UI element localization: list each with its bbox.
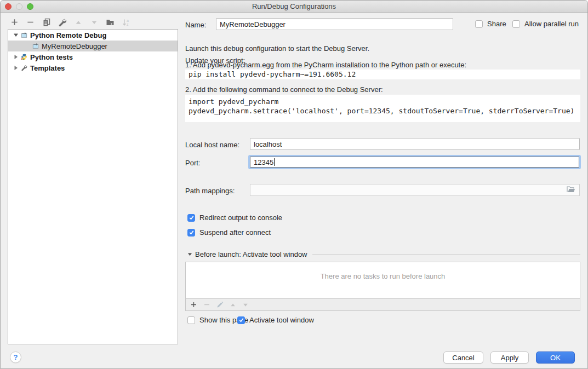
- tree-item-myremotedebugger[interactable]: MyRemoteDebugger: [8, 41, 178, 51]
- share-checkbox[interactable]: [475, 20, 483, 28]
- edit-defaults-wrench-icon[interactable]: [58, 18, 67, 27]
- before-launch-title: Before launch: Activate tool window: [195, 250, 307, 258]
- allow-parallel-run-label: Allow parallel run: [524, 20, 579, 28]
- show-this-page-checkbox[interactable]: [187, 316, 195, 324]
- port-value: 12345: [254, 158, 273, 166]
- copy-icon[interactable]: [42, 18, 51, 27]
- step2-instruction: 2. Add the following command to connect …: [185, 85, 383, 94]
- run-debug-configurations-dialog: Run/Debug Configurations: [0, 0, 588, 369]
- edit-task-pencil-icon[interactable]: [216, 301, 224, 308]
- ok-button[interactable]: OK: [536, 351, 575, 364]
- text-caret: [274, 158, 275, 166]
- share-label: Share: [487, 20, 506, 28]
- suspend-after-connect-checkbox[interactable]: [187, 229, 195, 237]
- add-icon[interactable]: [10, 18, 19, 27]
- new-folder-icon[interactable]: [105, 18, 115, 27]
- pip-install-code[interactable]: pip install pydevd-pycharm~=191.6605.12: [185, 70, 580, 79]
- activate-tool-window-row: Activate tool window: [237, 316, 314, 324]
- section-divider: [312, 254, 580, 255]
- sidebar-toolbar: a z: [10, 18, 130, 27]
- chevron-down-icon[interactable]: [13, 32, 19, 38]
- zoom-window-button[interactable]: [27, 3, 33, 10]
- name-input[interactable]: [216, 18, 453, 30]
- before-launch-toolbar: [185, 299, 580, 311]
- svg-text:z: z: [127, 22, 129, 26]
- step1-instruction: 1. Add pydevd-pycharm.egg from the PyCha…: [185, 61, 466, 69]
- port-input[interactable]: 12345: [250, 157, 579, 168]
- chevron-right-icon[interactable]: [13, 54, 19, 60]
- window-title: Run/Debug Configurations: [1, 1, 587, 13]
- chevron-right-icon[interactable]: [13, 65, 19, 71]
- tree-item-templates[interactable]: Templates: [8, 62, 178, 73]
- tree-item-python-tests[interactable]: Python tests: [8, 51, 178, 62]
- move-task-up-icon[interactable]: [230, 302, 236, 308]
- title-bar: Run/Debug Configurations: [1, 1, 587, 13]
- tree-item-python-remote-debug[interactable]: Python Remote Debug: [8, 30, 178, 41]
- suspend-after-connect-row: Suspend after connect: [187, 228, 271, 237]
- tree-item-label: Templates: [30, 64, 65, 72]
- help-button[interactable]: ?: [10, 351, 21, 363]
- move-down-icon[interactable]: [89, 18, 99, 27]
- path-mappings-label: Path mappings:: [185, 187, 235, 195]
- collapse-triangle-icon[interactable]: [187, 250, 192, 258]
- remove-task-icon[interactable]: [203, 301, 210, 308]
- cancel-button[interactable]: Cancel: [443, 351, 483, 364]
- local-host-name-label: Local host name:: [185, 141, 239, 149]
- configurations-tree: Python Remote Debug MyRemoteDebugger: [8, 29, 178, 344]
- local-host-name-input[interactable]: [250, 138, 580, 150]
- remote-debug-icon: [21, 32, 27, 38]
- close-window-button[interactable]: [5, 3, 12, 10]
- sort-alphabetically-icon[interactable]: a z: [121, 18, 130, 27]
- tree-item-label: Python tests: [30, 53, 73, 61]
- browse-folder-icon[interactable]: [567, 186, 575, 194]
- minimize-window-button[interactable]: [16, 3, 22, 10]
- tree-item-label: MyRemoteDebugger: [42, 42, 107, 50]
- python-tests-icon: [21, 54, 27, 60]
- before-launch-header: Before launch: Activate tool window: [187, 250, 580, 258]
- settrace-code[interactable]: import pydevd_pycharm pydevd_pycharm.set…: [185, 95, 580, 122]
- intro-text: Launch this debug configuration to start…: [185, 44, 369, 53]
- wrench-icon: [21, 65, 27, 71]
- move-up-icon[interactable]: [73, 18, 83, 27]
- allow-parallel-checkbox-row: Allow parallel run: [512, 20, 579, 28]
- allow-parallel-run-checkbox[interactable]: [512, 20, 520, 28]
- path-mappings-input[interactable]: [250, 184, 580, 196]
- remote-debug-icon: [32, 43, 39, 49]
- before-launch-task-list[interactable]: [185, 262, 580, 299]
- no-tasks-message: There are no tasks to run before launch: [185, 272, 580, 280]
- activate-tool-window-checkbox[interactable]: [237, 316, 245, 324]
- svg-text:a: a: [127, 19, 129, 22]
- tree-item-label: Python Remote Debug: [30, 31, 106, 39]
- suspend-after-connect-label: Suspend after connect: [199, 228, 271, 237]
- settrace-code-line2: pydevd_pycharm.settrace('localhost', por…: [189, 106, 580, 116]
- remove-icon[interactable]: [26, 18, 35, 27]
- activate-tool-window-label: Activate tool window: [249, 316, 314, 324]
- settrace-code-line1: import pydevd_pycharm: [189, 97, 580, 106]
- apply-button[interactable]: Apply: [490, 351, 529, 364]
- add-task-icon[interactable]: [190, 301, 197, 308]
- move-task-down-icon[interactable]: [242, 302, 249, 308]
- share-checkbox-row: Share: [475, 20, 506, 28]
- redirect-output-checkbox[interactable]: [187, 214, 195, 222]
- redirect-output-row: Redirect output to console: [187, 214, 282, 222]
- redirect-output-label: Redirect output to console: [199, 214, 282, 222]
- port-label: Port:: [185, 159, 200, 167]
- name-label: Name:: [185, 21, 206, 29]
